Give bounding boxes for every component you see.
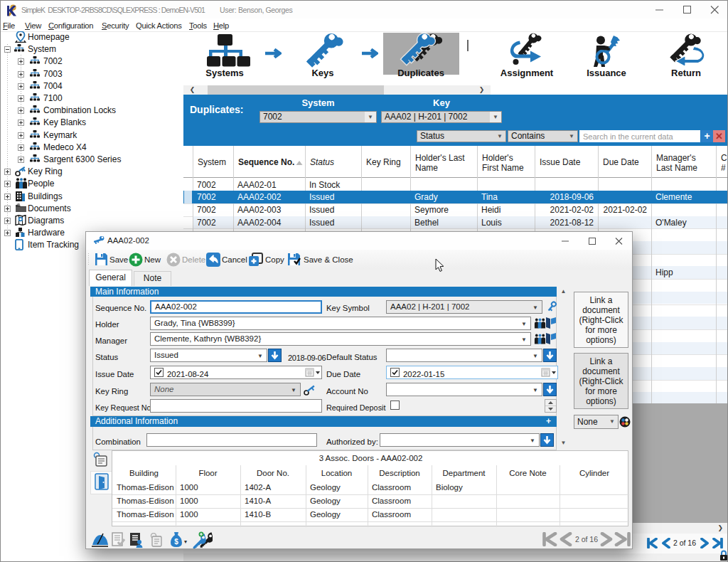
svg-text:$: $ bbox=[174, 538, 178, 546]
